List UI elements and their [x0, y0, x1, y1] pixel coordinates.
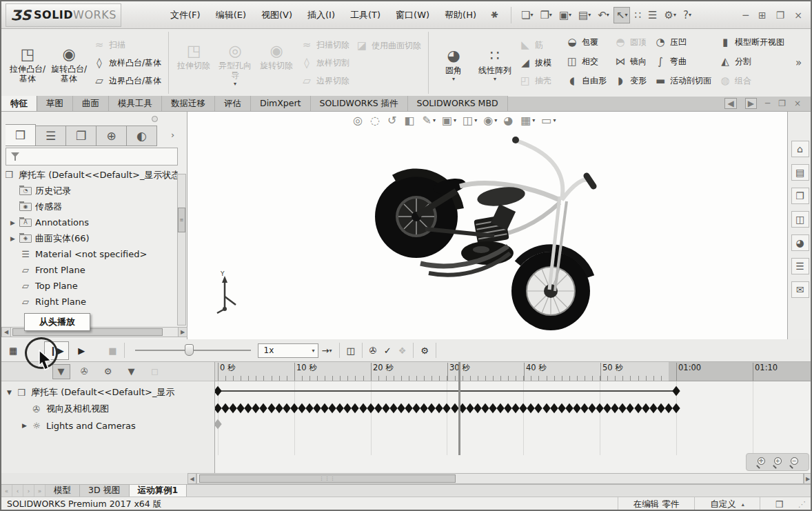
save-animation-button[interactable]: ◫ — [343, 344, 358, 357]
keyframe-diamond[interactable] — [389, 403, 397, 414]
command-tab[interactable]: SOLIDWORKS MBD — [408, 96, 508, 111]
tree-item[interactable]: ▶ ◈ 曲面实体(66) — [1, 230, 178, 246]
ribbon-small-button[interactable]: ≈ 扫描切除 — [297, 37, 352, 53]
window-control-button[interactable]: ❐ — [776, 10, 785, 21]
keyframe-diamond[interactable] — [305, 403, 313, 414]
document-tab[interactable]: 3D 视图 — [80, 485, 130, 497]
custom-dropdown[interactable]: 自定义 ▴ — [694, 497, 760, 511]
keyframe-diamond[interactable] — [657, 403, 664, 414]
timeline-key-area[interactable] — [215, 381, 812, 455]
keyframe-diamond[interactable] — [443, 403, 451, 414]
motorcycle-model[interactable] — [346, 126, 615, 332]
featuremanager-tab[interactable]: ❒ — [6, 124, 36, 146]
keyframe-diamond[interactable] — [558, 403, 565, 414]
task-pane-button[interactable]: ◕ — [791, 234, 809, 251]
expand-arrow-icon[interactable]: ▶ — [10, 235, 19, 242]
filter-button[interactable]: ▼ — [123, 364, 141, 379]
tab-nav-button[interactable]: ‹ — [12, 485, 23, 497]
panel-expand-chevron-icon[interactable]: › — [171, 130, 174, 140]
timeline-horizontal-scrollbar[interactable]: ⋮⋮⋮ — [196, 473, 804, 484]
ribbon-big-button[interactable]: ◳ 拉伸切除 — [174, 39, 214, 87]
keyframe-diamond[interactable] — [642, 403, 649, 414]
motion-timeline[interactable]: 0 秒10 秒20 秒30 秒40 秒50 秒01:0001:10 ✛ + − — [215, 362, 812, 473]
magnifier-button[interactable]: − — [789, 457, 800, 468]
command-tab[interactable]: 数据迁移 — [162, 96, 215, 111]
featuremanager-tab[interactable]: ☰ — [36, 126, 66, 146]
playback-speed-select[interactable]: 1x ▾ — [258, 343, 318, 358]
ribbon-small-button[interactable]: ◰ 抽壳 — [516, 72, 554, 89]
ribbon-small-button[interactable]: ◪ 使用曲面切除 — [352, 37, 424, 54]
dropdown-arrow-icon[interactable]: ▾ — [673, 12, 676, 18]
filter-button[interactable]: ✇ — [76, 364, 94, 379]
window-control-button[interactable]: × — [794, 10, 802, 21]
featuremanager-tab[interactable]: ❐ — [66, 126, 97, 146]
magnifier-button[interactable]: + — [773, 457, 783, 468]
document-window-button[interactable]: × — [794, 99, 801, 108]
scrollbar-thumb[interactable]: ⋮⋮⋮ — [199, 474, 456, 483]
keyframe-diamond[interactable] — [260, 403, 267, 414]
calculate-button[interactable]: ✓ — [380, 344, 395, 357]
keyframe-diamond[interactable] — [367, 403, 374, 414]
resize-grip-icon[interactable]: ⋰ — [798, 500, 811, 509]
filter-button[interactable]: ⚙ — [99, 364, 117, 379]
keyframe-diamond[interactable] — [412, 403, 420, 414]
keyframe-diamond[interactable] — [504, 403, 511, 414]
keyframe-diamond[interactable] — [496, 403, 504, 414]
qat-button[interactable]: ▣ ▾ — [556, 7, 574, 23]
tree-vertical-scrollbar[interactable]: ≡ — [177, 174, 186, 325]
keyframe-diamond[interactable] — [298, 403, 305, 414]
keyframe-diamond[interactable] — [215, 403, 222, 414]
command-tab[interactable]: 模具工具 — [109, 96, 162, 111]
ribbon-big-button[interactable]: ◳ 拉伸凸台/基体 — [8, 42, 48, 83]
task-pane-button[interactable]: ▤ — [791, 164, 809, 181]
keyframe-diamond[interactable] — [474, 403, 481, 414]
expand-arrow-icon[interactable]: ▼ — [7, 389, 15, 396]
dropdown-arrow-icon[interactable]: ▾ — [549, 12, 552, 18]
command-tab[interactable]: 特征 — [1, 96, 37, 111]
keyframe-diamond[interactable] — [215, 386, 222, 397]
tree-item[interactable]: ❒ 摩托车 (Default<<Default>_显示状态 — [1, 167, 178, 183]
menu-item[interactable]: 插入(I) — [300, 6, 343, 25]
document-window-button[interactable]: ▶ — [745, 98, 757, 109]
tab-nav-button[interactable]: › — [23, 485, 34, 497]
keyframe-diamond[interactable] — [520, 403, 527, 414]
dropdown-arrow-icon[interactable]: ▾ — [569, 12, 571, 18]
ribbon-small-button[interactable]: ◭ 分割 — [715, 53, 787, 70]
motion-tree-item[interactable]: ▶ ☼ Lights and Cameras — [1, 417, 214, 434]
keyframe-diamond[interactable] — [329, 403, 336, 414]
keyframe-diamond[interactable] — [397, 403, 405, 414]
ribbon-small-button[interactable]: ◊ 放样凸台/基体 — [90, 54, 164, 71]
keyframe-diamond[interactable] — [313, 403, 321, 414]
keyframe-diamond[interactable] — [634, 403, 642, 414]
ribbon-small-button[interactable]: ◍ 组合 — [715, 72, 787, 89]
ribbon-small-button[interactable]: ▬ 活动剖切面 — [651, 72, 714, 89]
keyframe-diamond[interactable] — [565, 403, 573, 414]
keyframe-diamond[interactable] — [580, 403, 588, 414]
scroll-left-icon[interactable]: ◀ — [1, 327, 11, 337]
tree-item[interactable]: ▱ Right Plane — [1, 294, 178, 310]
qat-button[interactable]: ☰ — [645, 7, 660, 23]
keyframe-diamond[interactable] — [466, 403, 474, 414]
menu-item[interactable]: 窗口(W) — [388, 6, 437, 25]
qat-button[interactable]: ∷ — [631, 7, 644, 23]
dropdown-arrow-icon[interactable]: ▾ — [607, 12, 609, 18]
motion-study-properties-button[interactable]: ⚙ — [417, 344, 432, 357]
keyframe-diamond[interactable] — [627, 403, 634, 414]
scroll-right-icon[interactable]: ▶ — [804, 473, 812, 484]
tree-item[interactable]: ☰ Material <not specified> — [1, 246, 178, 262]
command-tab[interactable]: 曲面 — [73, 96, 109, 111]
current-time-bar[interactable] — [458, 362, 460, 455]
tab-nav-button[interactable]: » — [34, 485, 45, 497]
tree-item[interactable]: ▱ Top Plane — [1, 278, 178, 294]
ribbon-big-button[interactable]: ◎ 异型孔向导 ▾ — [215, 39, 255, 87]
dropdown-arrow-icon[interactable]: ▾ — [689, 12, 691, 18]
keyframe-diamond[interactable] — [275, 403, 283, 414]
keyframe-diamond[interactable] — [512, 403, 520, 414]
tab-nav-button[interactable]: « — [1, 485, 12, 497]
task-pane-button[interactable]: ✉ — [791, 281, 809, 298]
task-pane-button[interactable]: ◫ — [791, 211, 809, 228]
keyframe-diamond[interactable] — [550, 403, 558, 414]
keyframe-diamond[interactable] — [221, 403, 229, 414]
dropdown-arrow-icon[interactable]: ▾ — [625, 12, 627, 18]
pin-icon[interactable]: ✱ — [489, 8, 500, 21]
